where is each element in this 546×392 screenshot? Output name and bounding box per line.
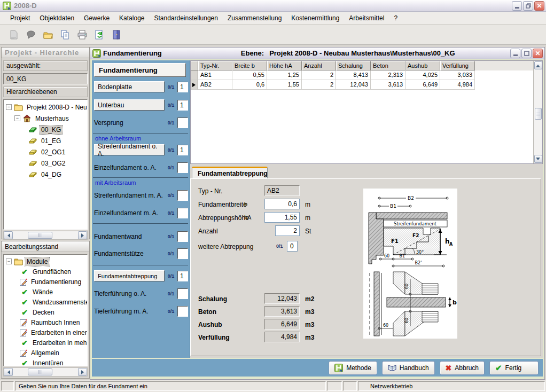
cell[interactable]: AB1 — [198, 70, 232, 80]
new-document-button[interactable] — [7, 28, 20, 41]
count-field[interactable] — [177, 288, 188, 299]
collapse-icon[interactable]: − — [14, 115, 20, 121]
menu-kostenermittlung[interactable]: Kostenermittlung — [286, 13, 344, 23]
col-aushub[interactable]: Aushub — [405, 61, 440, 70]
bodenplatte-button[interactable]: Bodenplatte — [94, 81, 165, 92]
tree-node-02og1[interactable]: 02_OG1 — [4, 146, 87, 158]
cell[interactable]: 1,55 — [267, 80, 302, 90]
tree-node-01eg[interactable]: 01_EG — [4, 135, 87, 146]
methode-button[interactable]: H Methode — [329, 361, 377, 375]
module-item[interactable]: Fundamentierung — [4, 277, 87, 287]
col-breite-b[interactable]: Breite b — [232, 61, 267, 70]
unterbau-button[interactable]: Unterbau — [94, 99, 165, 111]
menu-help[interactable]: ? — [389, 13, 402, 23]
scroll-thumb[interactable] — [535, 108, 542, 120]
row-selector[interactable] — [191, 70, 198, 80]
table-vscrollbar[interactable] — [533, 61, 542, 163]
tab-fundamentabtreppung[interactable]: Fundamentabtreppung — [192, 167, 268, 179]
module-item[interactable]: Allgemein — [4, 348, 87, 358]
tree-node-03og2[interactable]: 03_OG2 — [4, 158, 87, 169]
scroll-down-icon[interactable] — [534, 155, 542, 163]
modules-hscrollbar[interactable] — [3, 367, 88, 377]
tree-node-module[interactable]: − Module — [4, 256, 87, 266]
col-schalung[interactable]: Schalung — [336, 61, 371, 70]
module-item[interactable]: Erdarbeiten in einer — [4, 327, 87, 338]
einzelfundament-ma-label[interactable]: Einzelfundament m. A. — [94, 209, 165, 217]
cell[interactable]: 4,025 — [405, 70, 440, 80]
scroll-left-icon[interactable] — [4, 231, 13, 239]
open-folder-button[interactable] — [42, 28, 54, 41]
module-item[interactable]: ✔ Innentüren — [4, 358, 87, 366]
fundamentabtreppung-button[interactable]: Fundamentabtreppung — [94, 270, 165, 281]
module-item[interactable]: ✔ Wände — [4, 287, 87, 297]
row-selector-current[interactable] — [191, 80, 198, 90]
scroll-thumb[interactable] — [28, 369, 52, 375]
hierarchy-hscrollbar[interactable] — [3, 231, 88, 240]
cell[interactable]: 8,413 — [336, 70, 371, 80]
child-minimize-button[interactable] — [510, 49, 520, 58]
streifenfundament-ma-label[interactable]: Streifenfundament m. A. — [94, 192, 165, 199]
cell[interactable]: 3,613 — [371, 80, 405, 90]
cell[interactable]: 2,313 — [371, 70, 405, 80]
module-item[interactable]: ✔ Erdarbeiten in mehre — [4, 338, 87, 348]
module-item[interactable]: ✔ Decken — [4, 307, 87, 317]
menu-kataloge[interactable]: Kataloge — [114, 13, 149, 23]
child-maximize-button[interactable] — [521, 49, 532, 58]
weitere-abtreppung-input[interactable]: 0 — [287, 241, 298, 252]
fundamentwand-label[interactable]: Fundamentwand — [94, 233, 165, 240]
menu-gewerke[interactable]: Gewerke — [79, 13, 114, 23]
menu-projekt[interactable]: Projekt — [5, 13, 35, 23]
col-hoehe-ha[interactable]: Höhe hA — [267, 61, 302, 70]
count-field[interactable] — [177, 162, 188, 173]
fundamentbreite-input[interactable]: 0,6 — [264, 199, 300, 209]
module-item[interactable]: Raumbuch Innen — [4, 317, 87, 327]
count-field[interactable] — [177, 190, 188, 201]
scroll-right-icon[interactable] — [78, 231, 87, 239]
tieferfuehrung-ma-label[interactable]: Tieferführung m. A. — [94, 308, 165, 315]
count-field[interactable] — [177, 248, 188, 259]
cell[interactable]: 12,043 — [336, 80, 371, 90]
col-anzahl[interactable]: Anzahl — [302, 61, 336, 70]
menu-zusammenstellung[interactable]: Zusammenstellung — [223, 13, 286, 23]
versprung-label[interactable]: Versprung — [94, 119, 165, 127]
col-typ-nr[interactable]: Typ-Nr. — [198, 61, 232, 70]
exit-button[interactable] — [110, 28, 123, 41]
abtreppungshoehe-input[interactable]: 1,55 — [264, 212, 300, 223]
cell[interactable]: AB2 — [198, 80, 232, 90]
cell[interactable]: 4,984 — [440, 80, 475, 90]
scroll-up-icon[interactable] — [534, 61, 542, 69]
count-field[interactable] — [177, 208, 188, 218]
tree-node-00kg[interactable]: 00_KG — [4, 124, 87, 135]
print-button[interactable] — [76, 28, 89, 41]
scroll-thumb[interactable] — [28, 232, 52, 239]
cell[interactable]: 0,6 — [232, 80, 267, 90]
col-verfuellung[interactable]: Verfüllung — [440, 61, 475, 70]
fertig-button[interactable]: ✔ Fertig — [489, 361, 539, 375]
menu-objektdaten[interactable]: Objektdaten — [35, 13, 79, 23]
cell[interactable]: 1,25 — [267, 70, 302, 80]
collapse-icon[interactable]: − — [6, 104, 12, 110]
handbuch-button[interactable]: Handbuch — [382, 361, 435, 375]
count-field[interactable]: 1 — [177, 271, 188, 281]
tree-node-projekt[interactable]: − Projekt 2008-D - Neubau — [4, 101, 87, 113]
open-project-button[interactable] — [25, 28, 37, 41]
collapse-icon[interactable]: − — [6, 258, 12, 264]
count-field[interactable]: 1 — [177, 100, 188, 111]
cell[interactable]: 2 — [302, 70, 336, 80]
menu-arbeitsmittel[interactable]: Arbeitsmittel — [344, 13, 389, 23]
minimize-button[interactable] — [512, 1, 522, 11]
streifenfundament-oa-button[interactable]: Streifenfundament o. A. — [94, 144, 165, 155]
export-button[interactable] — [93, 28, 106, 41]
abbruch-button[interactable]: ✖ Abbruch — [440, 361, 485, 375]
count-field[interactable] — [177, 231, 188, 242]
cell[interactable]: 3,033 — [440, 70, 475, 80]
scroll-right-icon[interactable] — [78, 368, 87, 376]
module-item[interactable]: ✔ Grundflächen — [4, 266, 87, 277]
count-field[interactable]: 1 — [177, 82, 188, 92]
tieferfuehrung-oa-label[interactable]: Tieferführung o. A. — [94, 290, 165, 297]
fundamentstuetze-label[interactable]: Fundamentstütze — [94, 250, 165, 257]
count-field[interactable] — [177, 306, 188, 317]
tree-node-musterhaus[interactable]: − Musterhaus — [4, 113, 87, 124]
tree-node-04dg[interactable]: 04_DG — [4, 169, 87, 180]
count-field[interactable] — [177, 117, 188, 128]
